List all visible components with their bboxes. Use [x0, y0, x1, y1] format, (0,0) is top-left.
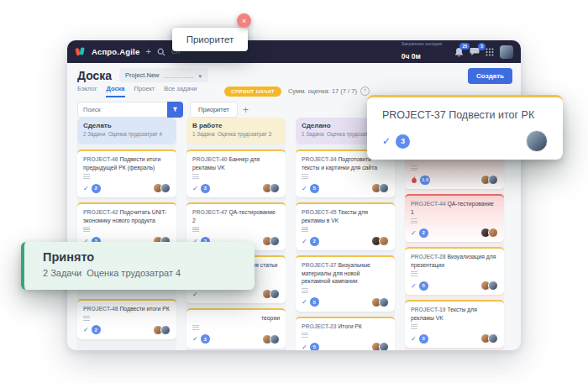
dotted-filler	[164, 77, 194, 78]
task-card[interactable]: PROJECT-44 QA-тестирование 1✓2	[405, 194, 504, 242]
card-id: PROJECT-28	[411, 254, 447, 260]
apps-grid-button[interactable]	[486, 48, 494, 56]
accepted-column-callout: Принято 2 Задачи Оценка трудозатрат 4	[21, 242, 255, 290]
card-title: теории	[261, 315, 280, 321]
tabs: БэклогДоскаПроектВсе задачи	[77, 85, 206, 97]
card-footer: ✓5	[302, 342, 389, 350]
card-text: PROJECT-47 QA-тестирование 2	[192, 208, 280, 224]
column-title: Сделать	[83, 122, 171, 129]
task-card[interactable]: PROJECT-19 Тексты для рекламы VK✓5	[405, 300, 504, 348]
filter-button[interactable]	[167, 102, 183, 118]
card-id: PROJECT-42	[83, 209, 119, 215]
description-icon	[302, 227, 308, 232]
card-footer: ✓3	[192, 334, 280, 344]
card-text: теории	[192, 314, 280, 323]
estimate-badge: 2	[92, 184, 101, 193]
description-icon	[411, 324, 417, 329]
card-id: PROJECT-19	[411, 307, 447, 312]
card-footer: ✓2	[302, 236, 389, 246]
tab-board[interactable]: Доска	[106, 85, 124, 97]
card-id: PROJECT-34	[302, 156, 338, 162]
chevron-down-icon: ▼	[197, 74, 202, 79]
card-id: PROJECT-46	[83, 156, 119, 162]
apps-grid-icon	[486, 48, 494, 56]
check-icon: ✓	[192, 291, 198, 298]
app-name: Аспро.Agile	[92, 47, 139, 56]
task-card[interactable]: PROJECT-37 Визуальные материалы для ново…	[296, 255, 395, 312]
app-window: Аспро.Agile + Сп Затрачено сегодня 0ч 0м…	[67, 40, 521, 350]
card-id: PROJECT-37	[302, 262, 338, 268]
avatar	[270, 289, 280, 299]
app-logo-icon	[75, 46, 86, 57]
description-icon	[192, 227, 199, 232]
project-select[interactable]: Project.New ▼	[119, 68, 208, 82]
description-icon	[302, 333, 308, 338]
notifications-button[interactable]: 25	[454, 47, 464, 57]
add-filter-button[interactable]: +	[238, 102, 254, 118]
estimate-badge: 3	[396, 134, 410, 149]
task-card[interactable]: PROJECT-28 Визуализация для презентации✓…	[405, 247, 504, 295]
task-card[interactable]: теории✓3	[186, 308, 286, 349]
card-id: PROJECT-47	[192, 209, 228, 215]
avatar	[270, 183, 280, 193]
check-icon: ✓	[83, 185, 89, 192]
user-avatar[interactable]	[500, 45, 513, 59]
search-icon[interactable]	[157, 48, 165, 56]
avatar-group	[265, 289, 280, 299]
card-text: PROJECT-23 Итоги РК	[302, 323, 389, 331]
page-title: Доска	[77, 69, 112, 82]
check-icon: ✓	[83, 326, 89, 333]
project-select-value: Project.New	[125, 71, 159, 79]
task-card[interactable]: PROJECT-40 Баннер для рекламы VK✓3	[186, 150, 286, 197]
avatar-group	[265, 334, 280, 344]
avatar	[160, 325, 171, 335]
avatar	[270, 334, 280, 344]
flame-icon	[411, 176, 417, 184]
task-card[interactable]: PROJECT-23 Итоги РК✓5	[296, 317, 395, 350]
messages-badge: 5	[478, 43, 486, 50]
tooltip-close-button[interactable]: ×	[237, 13, 251, 28]
card-title: Итоги РК	[338, 323, 361, 329]
search-input[interactable]	[77, 102, 167, 118]
card-text: PROJECT-46 Подвести итоги предыдущей РК …	[83, 155, 171, 171]
description-icon	[83, 174, 90, 179]
check-icon: ✓	[302, 344, 307, 350]
description-icon	[83, 316, 90, 321]
estimate-badge: 5	[419, 334, 428, 344]
avatar-group	[374, 297, 389, 307]
accepted-title: Принято	[43, 250, 255, 264]
task-card-callout[interactable]: PROJECT-37 Подвести итог РК ✓ 3	[367, 95, 563, 160]
add-icon[interactable]: +	[145, 47, 150, 56]
top-navbar: Аспро.Agile + Сп Затрачено сегодня 0ч 0м…	[67, 40, 521, 63]
avatar-group	[483, 333, 498, 344]
estimate-badge: 3	[201, 334, 210, 344]
board-column: Сделать2 Задачи Оценка трудозатрат 4PROJ…	[77, 118, 176, 350]
avatar	[379, 342, 389, 350]
description-icon	[192, 325, 199, 330]
avatar-group	[374, 183, 389, 193]
card-footer: ✓2	[83, 183, 171, 193]
card-footer: 1.5	[411, 175, 498, 185]
column-title: В работе	[192, 122, 280, 129]
priority-tooltip: Приоритет	[172, 28, 248, 51]
task-card[interactable]: PROJECT-45 Тексты для рекламы в VK✓2	[296, 202, 395, 250]
callout-card-title: PROJECT-37 Подвести итог РК	[382, 109, 548, 121]
avatar-group	[483, 281, 498, 291]
create-button[interactable]: Создать	[468, 68, 512, 84]
task-card[interactable]: PROJECT-48 Подвести итоги РК✓2	[77, 299, 176, 339]
estimate-badge: 5	[310, 184, 319, 193]
check-icon: ✓	[192, 335, 198, 343]
task-card[interactable]: PROJECT-46 Подвести итоги предыдущей РК …	[77, 150, 176, 197]
messages-button[interactable]: 5	[470, 47, 480, 56]
tab-backlog[interactable]: Бэклог	[77, 85, 97, 97]
card-text: PROJECT-40 Баннер для рекламы VK	[192, 155, 280, 171]
tab-all-tasks[interactable]: Все задачи	[164, 85, 197, 97]
tab-project[interactable]: Проект	[134, 85, 155, 97]
estimate-badge: 2	[310, 237, 319, 246]
avatar	[160, 183, 171, 193]
check-icon: ✓	[302, 238, 307, 245]
card-footer: ✓	[192, 289, 280, 299]
priority-filter-button[interactable]: Приоритет	[190, 102, 238, 118]
help-icon[interactable]: ?	[360, 87, 370, 96]
avatar	[526, 130, 548, 152]
